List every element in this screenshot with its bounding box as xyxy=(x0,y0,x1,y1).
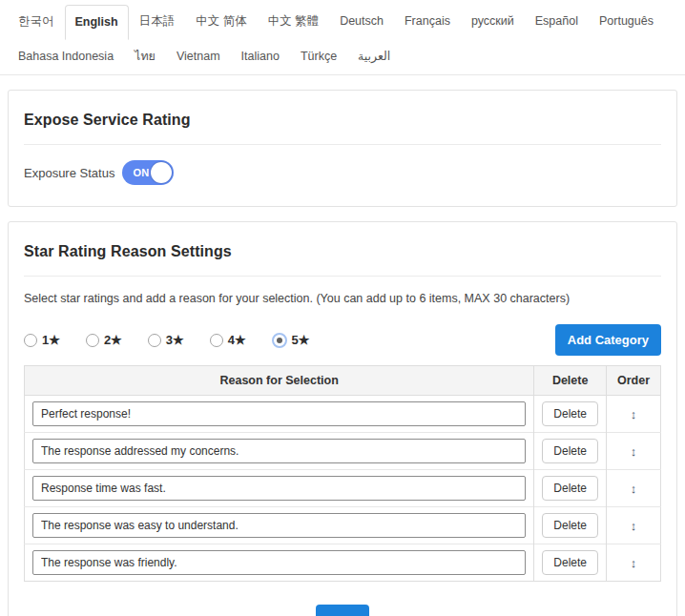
language-tab[interactable]: Vietnam xyxy=(166,39,231,74)
radio-icon xyxy=(148,334,161,347)
radio-icon xyxy=(24,334,37,347)
table-row: Delete ↕ xyxy=(25,433,661,470)
radio-icon xyxy=(86,334,99,347)
language-tab-label: 한국어 xyxy=(18,14,54,28)
table-row: Delete ↕ xyxy=(25,544,661,582)
star-rating-label: 3★ xyxy=(166,333,184,347)
star-rating-radio[interactable]: 5★ xyxy=(272,333,310,348)
language-tab[interactable]: Português xyxy=(589,4,664,39)
up-down-arrow-icon: ↕ xyxy=(631,407,637,421)
language-tab[interactable]: 中文 简体 xyxy=(185,4,257,39)
table-row: Delete ↕ xyxy=(25,396,661,433)
language-tab-label: 中文 简体 xyxy=(196,14,246,28)
language-tab-label: Español xyxy=(535,14,578,28)
language-tab-label: Vietnam xyxy=(176,50,220,63)
order-drag-handle[interactable]: ↕ xyxy=(627,518,641,534)
up-down-arrow-icon: ↕ xyxy=(631,482,637,496)
language-tab-label: Türkçe xyxy=(301,50,337,63)
panel-description: Select star ratings and add a reason for… xyxy=(24,292,661,305)
language-tab[interactable]: Italiano xyxy=(231,39,290,74)
language-tab[interactable]: Bahasa Indonesia xyxy=(8,39,124,74)
language-tab-label: العربية xyxy=(358,50,390,63)
save-button[interactable]: Save xyxy=(316,605,369,616)
language-tab[interactable]: 한국어 xyxy=(8,4,65,39)
star-rating-radio[interactable]: 4★ xyxy=(210,333,246,347)
order-drag-handle[interactable]: ↕ xyxy=(627,443,641,460)
language-tab-label: 日本語 xyxy=(139,14,176,28)
toggle-on-label: ON xyxy=(133,167,149,178)
star-rating-radio[interactable]: 2★ xyxy=(86,333,122,347)
language-tab[interactable]: 中文 繁體 xyxy=(258,4,329,39)
exposure-status-label: Exposure Status xyxy=(24,166,114,180)
language-tab[interactable]: Deutsch xyxy=(329,4,394,39)
language-tab[interactable]: ไทย xyxy=(124,39,166,74)
add-category-button[interactable]: Add Category xyxy=(555,324,661,356)
panel-title: Star Rating Reason Settings xyxy=(24,243,661,260)
language-tab[interactable]: العربية xyxy=(347,39,401,74)
reason-input[interactable] xyxy=(32,476,526,501)
toggle-knob-icon xyxy=(151,162,172,183)
exposure-status-toggle[interactable]: ON xyxy=(122,160,174,185)
language-tab-label: Français xyxy=(405,14,450,28)
star-rating-label: 2★ xyxy=(104,333,122,347)
language-tab[interactable]: Türkçe xyxy=(290,39,347,74)
language-tab-label: Português xyxy=(599,14,654,28)
expose-service-rating-panel: Expose Service Rating Exposure Status ON xyxy=(8,90,677,207)
star-rating-radio-group: 1★ 2★ 3★ 4★ 5★ xyxy=(24,333,309,348)
star-rating-radio[interactable]: 1★ xyxy=(24,333,60,347)
column-header-reason: Reason for Selection xyxy=(25,366,534,396)
up-down-arrow-icon: ↕ xyxy=(631,444,637,459)
language-tab[interactable]: Español xyxy=(525,4,589,39)
reason-input[interactable] xyxy=(32,439,526,463)
language-tab-bar: 한국어 English 日本語 中文 简体 中文 繁體 Deutsch Fran… xyxy=(0,0,685,75)
star-rating-radio[interactable]: 3★ xyxy=(148,333,184,347)
star-rating-label: 1★ xyxy=(42,333,60,347)
star-rating-label: 4★ xyxy=(228,333,246,347)
star-rating-reason-panel: Star Rating Reason Settings Select star … xyxy=(8,221,677,616)
table-header-row: Reason for Selection Delete Order xyxy=(25,366,661,396)
language-tab-label: 中文 繁體 xyxy=(268,14,319,28)
column-header-order: Order xyxy=(607,366,661,396)
reason-input[interactable] xyxy=(32,401,526,426)
language-tab[interactable]: English xyxy=(65,5,129,40)
delete-button[interactable]: Delete xyxy=(542,401,598,426)
language-tab-label: Italiano xyxy=(241,50,280,63)
delete-button[interactable]: Delete xyxy=(542,550,598,575)
language-tab-label: ไทย xyxy=(135,50,156,63)
language-tab-label: Bahasa Indonesia xyxy=(18,50,114,63)
reason-input[interactable] xyxy=(32,513,526,538)
language-tab[interactable]: Français xyxy=(394,4,461,39)
language-tab-label: English xyxy=(75,15,118,29)
radio-icon xyxy=(210,334,223,347)
up-down-arrow-icon: ↕ xyxy=(631,519,637,533)
delete-button[interactable]: Delete xyxy=(542,513,598,538)
column-header-delete: Delete xyxy=(534,366,607,396)
star-rating-label: 5★ xyxy=(292,333,310,347)
reason-input[interactable] xyxy=(32,550,526,575)
reason-table: Reason for Selection Delete Order Delete… xyxy=(24,365,661,582)
language-tab[interactable]: 日本語 xyxy=(129,4,186,39)
radio-icon xyxy=(272,333,287,348)
panel-title: Expose Service Rating xyxy=(24,112,661,129)
divider xyxy=(24,144,661,145)
order-drag-handle[interactable]: ↕ xyxy=(627,406,641,422)
delete-button[interactable]: Delete xyxy=(542,439,598,463)
order-drag-handle[interactable]: ↕ xyxy=(627,481,641,497)
divider xyxy=(24,276,661,277)
up-down-arrow-icon: ↕ xyxy=(631,556,637,570)
order-drag-handle[interactable]: ↕ xyxy=(627,555,641,571)
language-tab[interactable]: русский xyxy=(461,4,525,39)
delete-button[interactable]: Delete xyxy=(542,476,598,501)
table-row: Delete ↕ xyxy=(25,507,661,544)
language-tab-label: Deutsch xyxy=(340,14,384,28)
language-tab-label: русский xyxy=(471,14,514,28)
table-row: Delete ↕ xyxy=(25,470,661,507)
